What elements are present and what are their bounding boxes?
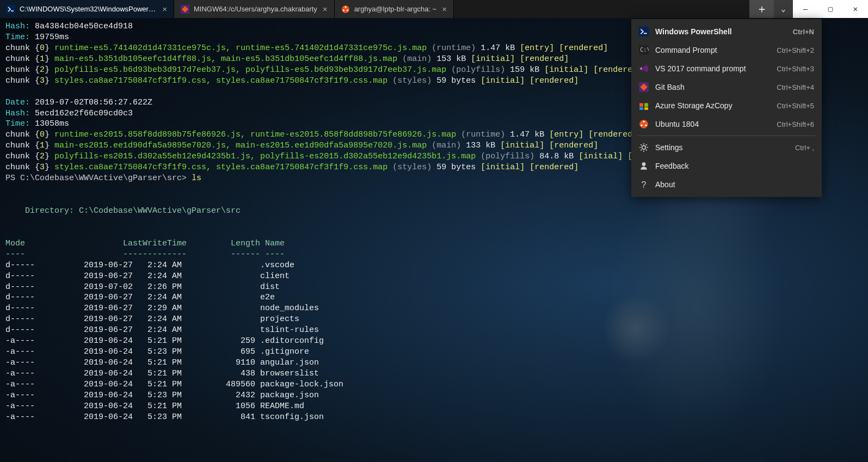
tab-label: MINGW64:/c/Users/arghya.chakrabarty bbox=[194, 5, 317, 13]
menu-item-footer-0[interactable]: SettingsCtrl+ , bbox=[631, 138, 822, 157]
svg-text:?: ? bbox=[642, 180, 647, 189]
svg-point-4 bbox=[343, 9, 344, 11]
menu-label: Ubuntu 1804 bbox=[655, 120, 777, 128]
close-icon[interactable]: × bbox=[323, 4, 328, 14]
menu-separator bbox=[638, 135, 815, 136]
menu-label: Git Bash bbox=[655, 83, 777, 91]
menu-label: Azure Storage AzCopy bbox=[655, 101, 777, 110]
powershell-icon bbox=[7, 5, 15, 14]
menu-label: About bbox=[655, 180, 814, 189]
menu-label: Windows PowerShell bbox=[655, 27, 793, 36]
help-icon: ? bbox=[639, 180, 649, 189]
window-controls: — ▢ ✕ bbox=[793, 0, 868, 18]
tab-label: arghya@lptp-blr-argcha: ~ bbox=[354, 5, 437, 13]
tab-2[interactable]: arghya@lptp-blr-argcha: ~× bbox=[335, 0, 454, 18]
cmd-icon: C:\ bbox=[639, 45, 649, 55]
svg-point-19 bbox=[642, 162, 646, 166]
menu-item-profile-5[interactable]: Ubuntu 1804Ctrl+Shift+6 bbox=[631, 115, 822, 133]
svg-point-5 bbox=[347, 9, 348, 11]
svg-rect-10 bbox=[639, 103, 643, 107]
ubuntu-icon bbox=[639, 119, 649, 129]
svg-point-18 bbox=[642, 146, 646, 150]
menu-label: Settings bbox=[655, 143, 795, 152]
powershell-icon bbox=[639, 27, 649, 36]
svg-text:C:\: C:\ bbox=[640, 47, 649, 53]
tab-strip: C:\WINDOWS\System32\WindowsPowerShell\v1… bbox=[0, 0, 749, 18]
tab-1[interactable]: MINGW64:/c/Users/arghya.chakrabarty× bbox=[174, 0, 335, 18]
close-icon[interactable]: × bbox=[162, 4, 167, 14]
titlebar: C:\WINDOWS\System32\WindowsPowerShell\v1… bbox=[0, 0, 868, 18]
menu-shortcut: Ctrl+Shift+5 bbox=[777, 102, 814, 110]
menu-label: Feedback bbox=[655, 162, 814, 170]
svg-point-15 bbox=[643, 121, 644, 122]
azure-icon bbox=[639, 101, 649, 110]
menu-item-footer-2[interactable]: ?About bbox=[631, 175, 822, 194]
git-icon bbox=[639, 82, 649, 92]
gear-icon bbox=[639, 143, 649, 152]
vs-icon bbox=[639, 64, 649, 73]
menu-shortcut: Ctrl+N bbox=[793, 28, 814, 36]
new-tab-button[interactable]: ＋ bbox=[749, 0, 774, 18]
close-button[interactable]: ✕ bbox=[843, 0, 868, 18]
menu-shortcut: Ctrl+Shift+3 bbox=[777, 65, 814, 73]
profile-dropdown-menu: Windows PowerShellCtrl+NC:\Command Promp… bbox=[631, 19, 822, 197]
maximize-button[interactable]: ▢ bbox=[818, 0, 843, 18]
tab-0[interactable]: C:\WINDOWS\System32\WindowsPowerShell\v1… bbox=[0, 0, 174, 18]
ubuntu-icon bbox=[341, 5, 350, 14]
menu-shortcut: Ctrl+Shift+4 bbox=[777, 83, 814, 91]
feedback-icon bbox=[639, 161, 649, 171]
close-icon[interactable]: × bbox=[442, 4, 447, 14]
menu-item-profile-3[interactable]: Git BashCtrl+Shift+4 bbox=[631, 78, 822, 96]
menu-label: VS 2017 command prompt bbox=[655, 64, 777, 73]
menu-item-profile-2[interactable]: VS 2017 command promptCtrl+Shift+3 bbox=[631, 59, 822, 78]
svg-point-16 bbox=[641, 125, 642, 126]
tab-label: C:\WINDOWS\System32\WindowsPowerShell\v1… bbox=[20, 5, 157, 13]
menu-item-footer-1[interactable]: Feedback bbox=[631, 157, 822, 175]
svg-rect-12 bbox=[639, 107, 643, 110]
menu-shortcut: Ctrl+ , bbox=[795, 144, 814, 152]
menu-item-profile-4[interactable]: Azure Storage AzCopyCtrl+Shift+5 bbox=[631, 96, 822, 115]
menu-item-profile-1[interactable]: C:\Command PromptCtrl+Shift+2 bbox=[631, 41, 822, 59]
menu-label: Command Prompt bbox=[655, 46, 777, 54]
menu-item-profile-0[interactable]: Windows PowerShellCtrl+N bbox=[631, 22, 822, 41]
svg-point-3 bbox=[344, 6, 346, 8]
svg-rect-13 bbox=[644, 107, 648, 110]
menu-shortcut: Ctrl+Shift+6 bbox=[777, 120, 814, 128]
tab-dropdown-button[interactable]: ⌄ bbox=[774, 0, 793, 18]
git-icon bbox=[181, 5, 189, 14]
menu-shortcut: Ctrl+Shift+2 bbox=[777, 46, 814, 54]
minimize-button[interactable]: — bbox=[793, 0, 818, 18]
svg-point-17 bbox=[645, 125, 647, 126]
svg-rect-11 bbox=[644, 103, 648, 107]
